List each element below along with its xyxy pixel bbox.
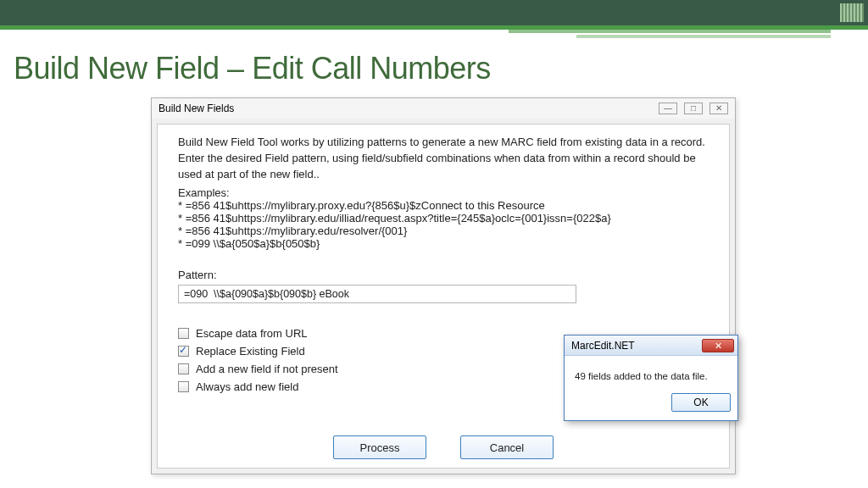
banner-accent bbox=[840, 3, 864, 22]
msgbox-titlebar[interactable]: MarcEdit.NET ✕ bbox=[565, 336, 737, 356]
banner-underline-mid bbox=[509, 30, 831, 33]
banner-underline-light bbox=[576, 35, 831, 38]
checkbox-icon[interactable] bbox=[178, 328, 189, 339]
option-label: Replace Existing Field bbox=[196, 345, 305, 358]
slide-title: Build New Field – Edit Call Numbers bbox=[14, 51, 491, 86]
window-title: Build New Fields bbox=[159, 103, 234, 114]
pattern-label: Pattern: bbox=[178, 269, 712, 281]
msgbox-title: MarcEdit.NET bbox=[571, 340, 635, 352]
message-box: MarcEdit.NET ✕ 49 fields added to the da… bbox=[564, 335, 738, 421]
checkbox-icon[interactable] bbox=[178, 346, 189, 357]
option-label: Escape data from URL bbox=[196, 327, 308, 340]
example-line-3: * =856 41$uhttps://mylibrary.edu/resolve… bbox=[178, 225, 712, 237]
process-button[interactable]: Process bbox=[333, 435, 426, 459]
option-label: Always add new field bbox=[196, 380, 298, 393]
ok-button[interactable]: OK bbox=[671, 393, 731, 412]
example-line-2: * =856 41$uhttps://mylibrary.edu/illiad/… bbox=[178, 212, 712, 225]
example-line-4: * =099 \\$a{050$a}$b{050$b} bbox=[178, 237, 712, 250]
maximize-button[interactable]: □ bbox=[684, 103, 703, 114]
msgbox-close-button[interactable]: ✕ bbox=[702, 339, 734, 352]
slide-banner bbox=[0, 0, 868, 25]
cancel-button[interactable]: Cancel bbox=[460, 435, 554, 459]
window-titlebar[interactable]: Build New Fields — □ ✕ bbox=[152, 98, 735, 119]
button-row: Process Cancel bbox=[158, 435, 729, 459]
msgbox-body: 49 fields added to the data file. bbox=[565, 356, 737, 388]
examples-label: Examples: bbox=[178, 186, 712, 199]
checkbox-icon[interactable] bbox=[178, 363, 189, 374]
window-chrome-buttons: — □ ✕ bbox=[659, 103, 728, 114]
example-line-1: * =856 41$uhttps://mylibrary.proxy.edu?{… bbox=[178, 199, 712, 212]
pattern-input[interactable] bbox=[178, 285, 576, 303]
minimize-button[interactable]: — bbox=[659, 103, 677, 114]
close-button[interactable]: ✕ bbox=[709, 103, 728, 114]
description-text: Build New Field Tool works by utilizing … bbox=[178, 135, 712, 183]
checkbox-icon[interactable] bbox=[178, 381, 189, 392]
msgbox-footer: OK bbox=[565, 388, 737, 420]
option-label: Add a new field if not present bbox=[196, 363, 338, 375]
